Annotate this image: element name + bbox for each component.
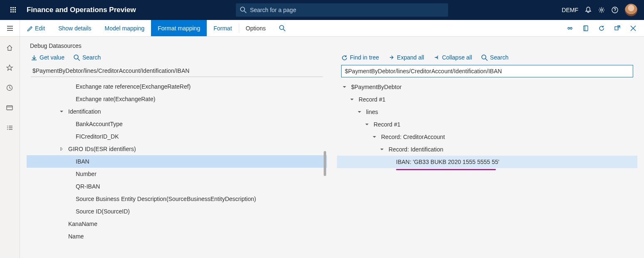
tree-node[interactable]: Source Business Entity Description(Sourc… — [27, 193, 327, 205]
tree-node-label: Exchange rate(ExchangeRate) — [76, 96, 155, 102]
link-button[interactable] — [562, 20, 577, 37]
tree-node-label: IBAN — [76, 158, 89, 165]
tree-node-label: Identification — [68, 108, 101, 115]
company-picker[interactable]: DEMF — [562, 7, 578, 13]
caret-down-icon — [380, 147, 384, 151]
notifications-icon[interactable] — [585, 7, 592, 13]
right-search-button[interactable]: Search — [481, 54, 508, 61]
caret-down-icon — [59, 109, 64, 114]
options-button[interactable]: Options — [239, 20, 272, 36]
right-tree[interactable]: $PaymentByDebtorRecord #1linesRecord #1R… — [337, 81, 637, 255]
show-details-button[interactable]: Show details — [52, 20, 98, 36]
nav-rail — [0, 37, 20, 258]
tree-node-label: Source ID(SourceID) — [76, 208, 130, 215]
model-mapping-button[interactable]: Model mapping — [98, 20, 151, 36]
search-icon — [279, 25, 285, 31]
right-path-input[interactable]: $PaymentByDebtor/lines/CreditorAccount/I… — [341, 65, 633, 77]
nav-recent[interactable] — [2, 80, 18, 97]
tree-node[interactable]: IBAN — [27, 155, 327, 168]
close-button[interactable] — [626, 20, 641, 37]
tree-node[interactable]: Exchange rate reference(ExchangeRateRef) — [27, 80, 327, 93]
format-mapping-button[interactable]: Format mapping — [151, 20, 207, 36]
format-button[interactable]: Format — [207, 20, 238, 36]
tree-node[interactable]: BankAccountType — [27, 118, 327, 130]
clock-icon — [6, 84, 14, 92]
tree-node-label: $PaymentByDebtor — [351, 84, 401, 90]
caret-down-icon — [365, 122, 369, 127]
nav-workspaces[interactable] — [2, 100, 18, 117]
tree-node[interactable]: Identification — [27, 105, 327, 118]
tree-node-label: Source Business Entity Description(Sourc… — [76, 196, 256, 202]
tree-node[interactable]: Record #1 — [337, 118, 637, 131]
popout-button[interactable] — [610, 20, 625, 37]
expand-all-button[interactable]: Expand all — [388, 54, 424, 61]
caret-down-icon — [372, 135, 376, 139]
card-icon — [6, 104, 14, 112]
data-tree-panel: Find in tree Expand all Collapse all Sea… — [337, 52, 637, 255]
tree-node-label: FICreditorID_DK — [76, 133, 119, 140]
left-tree[interactable]: Exchange rate reference(ExchangeRateRef)… — [27, 80, 327, 255]
tree-node[interactable]: Exchange rate(ExchangeRate) — [27, 93, 327, 105]
pencil-icon — [27, 25, 32, 31]
tree-node-label: KanaName — [68, 221, 97, 227]
settings-icon[interactable] — [598, 7, 605, 13]
menu-icon — [7, 25, 13, 32]
tree-node[interactable]: Name — [27, 230, 327, 243]
tree-node[interactable]: Number — [27, 168, 327, 180]
tree-node[interactable]: Record: CreditorAccount — [337, 131, 637, 143]
get-value-button[interactable]: Get value — [31, 54, 64, 61]
edit-label: Edit — [35, 25, 45, 32]
tree-node[interactable]: Record #1 — [337, 93, 637, 106]
tree-node-label: Record #1 — [374, 121, 401, 128]
home-icon — [6, 45, 14, 52]
tree-node[interactable]: $PaymentByDebtor — [337, 81, 637, 93]
caret-right-icon — [59, 147, 64, 151]
refresh-button[interactable] — [594, 20, 609, 37]
tree-node[interactable]: Source ID(SourceID) — [27, 205, 327, 218]
popout-icon — [614, 25, 621, 32]
left-path: $PaymentByDebtor/lines/CreditorAccount/I… — [31, 65, 323, 77]
user-avatar[interactable] — [625, 4, 637, 16]
book-icon — [582, 25, 589, 32]
tree-node[interactable]: KanaName — [27, 218, 327, 230]
attachments-button[interactable] — [578, 20, 593, 37]
find-in-tree-button[interactable]: Find in tree — [341, 54, 379, 61]
refresh-icon — [598, 25, 605, 32]
tree-node[interactable]: Record: Identification — [337, 143, 637, 156]
tree-node[interactable]: IBAN: 'GB33 BUKB 2020 1555 5555 55' — [337, 156, 637, 168]
tree-node-label: QR-IBAN — [76, 183, 100, 190]
waffle-icon — [10, 7, 16, 13]
scrollbar-thumb[interactable] — [324, 151, 326, 176]
tree-node-label: BankAccountType — [76, 121, 123, 127]
tree-node-label: lines — [366, 109, 378, 115]
tree-node-label: Name — [68, 233, 84, 240]
collapse-icon — [433, 55, 439, 61]
help-icon[interactable] — [612, 7, 618, 13]
edit-button[interactable]: Edit — [20, 20, 52, 36]
global-search-input[interactable] — [250, 7, 444, 13]
ribbon-search-button[interactable] — [272, 20, 295, 36]
action-pane: Edit Show details Model mapping Format m… — [0, 20, 644, 37]
tree-node[interactable]: lines — [337, 106, 637, 118]
tree-node[interactable]: GIRO IDs(ESR identifiers) — [27, 143, 327, 155]
app-launcher-button[interactable] — [3, 0, 23, 20]
collapse-all-button[interactable]: Collapse all — [433, 54, 472, 61]
tree-node-label: IBAN: 'GB33 BUKB 2020 1555 5555 55' — [396, 159, 499, 165]
caret-down-icon — [357, 110, 362, 114]
nav-toggle-button[interactable] — [0, 20, 20, 36]
search-icon — [240, 7, 247, 13]
tree-node-label: Record: Identification — [389, 146, 443, 153]
highlight-underline — [396, 169, 496, 170]
nav-modules[interactable] — [2, 120, 18, 136]
global-search[interactable] — [236, 3, 448, 17]
tree-node[interactable]: FICreditorID_DK — [27, 130, 327, 143]
format-tree-panel: Get value Search $PaymentByDebtor/lines/… — [27, 52, 327, 255]
refresh-icon — [341, 55, 347, 61]
tree-node[interactable]: QR-IBAN — [27, 180, 327, 193]
tree-node-label: Exchange rate reference(ExchangeRateRef) — [76, 83, 191, 90]
left-search-button[interactable]: Search — [74, 54, 101, 61]
nav-home[interactable] — [2, 40, 18, 57]
nav-favorites[interactable] — [2, 60, 18, 77]
tree-node-label: Record #1 — [359, 96, 386, 103]
tree-node-label: Number — [76, 171, 97, 177]
